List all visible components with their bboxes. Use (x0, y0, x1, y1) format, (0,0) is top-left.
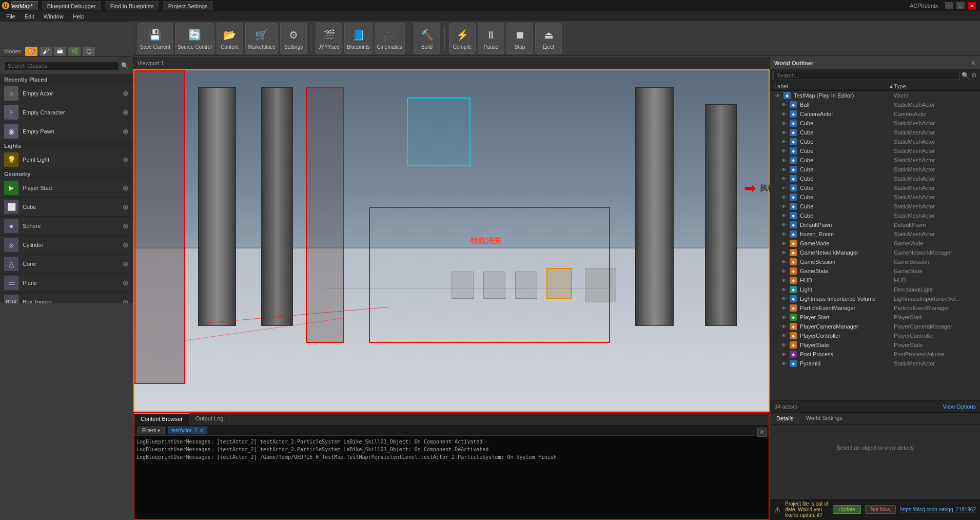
outliner-row[interactable]: 👁 ◆ Cube StaticMeshActor (770, 156, 980, 165)
pause-button[interactable]: ⏸ Pause (478, 23, 504, 54)
category-geometry[interactable]: Geometry (0, 169, 133, 179)
eye-icon[interactable]: 👁 (780, 241, 788, 246)
outliner-row[interactable]: 👁 ◆ frozen_Room StaticMeshActor (770, 229, 980, 239)
actor-plane[interactable]: ▭ Plane ⊕ (0, 274, 133, 293)
category-lights[interactable]: Lights (0, 141, 133, 150)
outliner-row[interactable]: 👁 ◆ Cube StaticMeshActor (770, 211, 980, 220)
outliner-row[interactable]: 👁 ◆ Cube StaticMeshActor (770, 137, 980, 146)
actor-empty-pawn[interactable]: ◉ Empty Pawn ⊕ (0, 122, 133, 141)
add-box-trigger[interactable]: ⊕ (123, 298, 129, 303)
eye-icon[interactable]: 👁 (780, 121, 788, 126)
eye-icon[interactable]: 👁 (780, 324, 788, 330)
compile-button[interactable]: ⚡ Compile (449, 23, 476, 54)
outliner-row[interactable]: 👁 ◆ Cube StaticMeshActor (770, 174, 980, 183)
save-current-button[interactable]: 💾 Save Current (138, 23, 173, 54)
outliner-row[interactable]: 👁 ◆ Cube StaticMeshActor (770, 192, 980, 202)
actor-cone[interactable]: △ Cone ⊕ (0, 255, 133, 274)
eye-icon[interactable]: 👁 (780, 222, 788, 228)
mode-paint[interactable]: 🖌 (40, 47, 52, 56)
outliner-row[interactable]: 👁 ◆ Cube StaticMeshActor (770, 183, 980, 192)
outliner-row[interactable]: 👁 ◆ Cube StaticMeshActor (770, 128, 980, 137)
eye-icon[interactable]: 👁 (780, 158, 788, 163)
eye-icon[interactable]: 👁 (780, 167, 788, 172)
eye-icon[interactable]: 👁 (780, 259, 788, 265)
jyyyseq-button[interactable]: 🎬 JYYYseq (316, 23, 342, 54)
outliner-row[interactable]: 👁 ◆ Cube StaticMeshActor (770, 165, 980, 174)
eye-icon[interactable]: 👁 (780, 333, 788, 339)
source-control-button[interactable]: 🔄 Source Control (175, 23, 214, 54)
tab-blueprint-debugger[interactable]: Blueprint Debugger (42, 2, 101, 10)
eye-icon[interactable]: 👁 (780, 204, 788, 209)
selected-filter-tag[interactable]: testActor_2 ✕ (168, 427, 207, 434)
outliner-row[interactable]: 👁 ◆ Cube StaticMeshActor (770, 146, 980, 156)
eye-icon[interactable]: 👁 (774, 93, 781, 99)
outliner-row[interactable]: 👁 ◆ PlayerCameraManager PlayerCameraMana… (770, 322, 980, 331)
mode-foliage[interactable]: 🌿 (68, 47, 81, 56)
outliner-row[interactable]: 👁 ◆ GameMode GameMode (770, 239, 980, 248)
outliner-row[interactable]: 👁 ◆ Cube StaticMeshActor (770, 202, 980, 211)
add-cube[interactable]: ⊕ (123, 203, 129, 211)
eye-icon[interactable]: 👁 (780, 232, 788, 237)
outliner-row[interactable]: 👁 ◆ PlayerState PlayerState (770, 340, 980, 350)
eye-icon[interactable]: 👁 (780, 352, 788, 357)
mode-landscape[interactable]: 🏔 (54, 47, 66, 56)
outliner-close-icon[interactable]: ✕ (971, 60, 976, 67)
outliner-search-icon[interactable]: 🔍 (962, 72, 969, 79)
add-empty-actor[interactable]: ⊕ (123, 89, 129, 98)
outliner-row[interactable]: 👁 ◆ Lightmass Importance Volume Lightmas… (770, 294, 980, 303)
marketplace-button[interactable]: 🛒 Marketplace (245, 23, 278, 54)
update-button[interactable]: Update (833, 505, 860, 514)
add-cone[interactable]: ⊕ (123, 260, 129, 268)
eye-icon[interactable]: 👁 (780, 305, 788, 311)
tab-details[interactable]: Details (770, 413, 800, 425)
outliner-row[interactable]: 👁 ◆ DefaultPawn DefaultPawn (770, 220, 980, 229)
eye-icon[interactable]: 👁 (780, 268, 788, 274)
actor-cube[interactable]: ⬜ Cube ⊕ (0, 198, 133, 217)
eye-icon[interactable]: 👁 (780, 361, 788, 367)
tab-project-settings[interactable]: Project Settings (163, 2, 213, 10)
filters-button[interactable]: Filters ▾ (138, 427, 165, 434)
eye-icon[interactable]: 👁 (780, 213, 788, 219)
eye-icon[interactable]: 👁 (780, 148, 788, 154)
mode-geometry[interactable]: ⬡ (83, 47, 95, 56)
not-now-button[interactable]: Not Now (865, 505, 896, 514)
eject-button[interactable]: ⏏ Eject (535, 23, 562, 54)
notification-link[interactable]: https://blog.csdn.net/qq_2191962 (900, 507, 976, 512)
outliner-row[interactable]: 👁 ◆ Ball StaticMeshActor (770, 100, 980, 109)
add-empty-character[interactable]: ⊕ (123, 108, 129, 117)
eye-icon[interactable]: 👁 (780, 111, 788, 117)
add-sphere[interactable]: ⊕ (123, 222, 129, 230)
mode-place[interactable]: 🎯 (25, 47, 37, 56)
settings-button[interactable]: ⚙ Settings (280, 23, 307, 54)
eye-icon[interactable]: 👁 (780, 342, 788, 348)
outliner-row[interactable]: 👁 ◆ ParticleEventManager ParticleEventMa… (770, 303, 980, 313)
category-recently-placed[interactable]: Recently Placed (0, 75, 133, 84)
actor-player-start[interactable]: ▶ Player Start ⊕ (0, 179, 133, 198)
menu-window[interactable]: Window (40, 12, 68, 21)
actor-box-trigger[interactable]: BOX Box Trigger ⊕ (0, 293, 133, 303)
add-empty-pawn[interactable]: ⊕ (123, 127, 129, 136)
outliner-row[interactable]: 👁 ◆ HUD HUD (770, 276, 980, 285)
viewport-3d[interactable]: 特效消失 (133, 69, 770, 412)
menu-help[interactable]: Help (69, 12, 89, 21)
outliner-row[interactable]: 👁 ◆ Post Process PostProcessVolume (770, 350, 980, 359)
actor-empty-actor[interactable]: ○ Empty Actor ⊕ (0, 84, 133, 103)
outliner-row[interactable]: 👁 ◆ GameNetworkManager GameNetworkManage… (770, 248, 980, 257)
minimize-button[interactable]: ─ (945, 2, 953, 9)
actor-sphere[interactable]: ● Sphere ⊕ (0, 217, 133, 236)
add-plane[interactable]: ⊕ (123, 279, 129, 287)
outliner-search-input[interactable] (773, 71, 959, 80)
add-cylinder[interactable]: ⊕ (123, 241, 129, 249)
eye-icon[interactable]: 👁 (780, 250, 788, 256)
close-log-button[interactable]: ✕ (757, 428, 767, 437)
eye-icon[interactable]: 👁 (780, 102, 788, 108)
menu-file[interactable]: File (2, 12, 19, 21)
tab-world-settings[interactable]: World Settings (800, 413, 849, 425)
maximize-button[interactable]: □ (956, 2, 965, 9)
content-button[interactable]: 📂 Content (217, 23, 243, 54)
tab-find-in-blueprints[interactable]: Find in Blueprints (105, 2, 159, 10)
search-classes-input[interactable] (4, 61, 119, 70)
actor-point-light[interactable]: 💡 Point Light ⊕ (0, 150, 133, 169)
build-button[interactable]: 🔨 Build (414, 23, 440, 54)
blueprints-button[interactable]: 📘 Blueprints (344, 23, 372, 54)
